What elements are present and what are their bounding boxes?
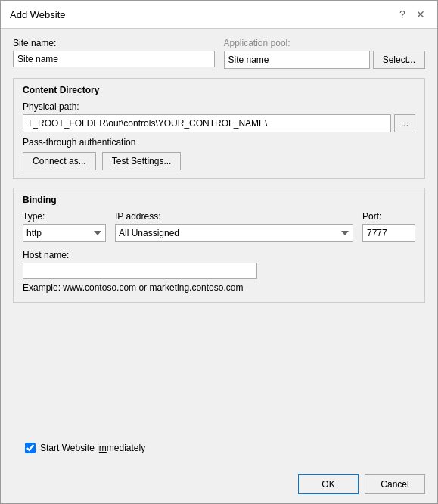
site-name-input[interactable]	[13, 51, 215, 67]
ok-button[interactable]: OK	[298, 474, 359, 494]
add-website-dialog: Add Website ? ✕ Site name: Application p…	[0, 0, 438, 504]
hostname-input[interactable]	[23, 263, 257, 279]
content-directory-section: Content Directory Physical path: ... Pas…	[13, 78, 425, 179]
path-row: ...	[23, 114, 415, 132]
select-app-pool-button[interactable]: Select...	[373, 51, 425, 69]
hostname-label: Host name:	[23, 250, 257, 260]
binding-title: Binding	[23, 194, 415, 205]
ip-select[interactable]: All Unassigned	[115, 224, 353, 242]
pass-through-auth-label: Pass-through authentication	[23, 137, 415, 148]
example-text: Example: www.contoso.com or marketing.co…	[23, 282, 415, 293]
app-pool-input[interactable]	[224, 51, 370, 69]
app-pool-label: Application pool:	[224, 38, 426, 48]
browse-button[interactable]: ...	[394, 114, 415, 132]
port-label: Port:	[362, 211, 415, 222]
type-label: Type:	[23, 211, 106, 222]
dialog-footer: OK Cancel	[1, 468, 437, 503]
cancel-button[interactable]: Cancel	[365, 474, 425, 494]
site-apppool-row: Site name: Application pool: Select...	[13, 38, 425, 69]
physical-path-label: Physical path:	[23, 101, 415, 112]
port-group: Port:	[362, 211, 415, 242]
help-button[interactable]: ?	[395, 7, 410, 22]
auth-button-row: Connect as... Test Settings...	[23, 152, 415, 170]
close-button[interactable]: ✕	[413, 7, 428, 22]
physical-path-group: Physical path: ...	[23, 101, 415, 132]
title-bar-left: Add Website	[10, 9, 65, 20]
spacer	[13, 309, 425, 431]
dialog-content: Site name: Application pool: Select... C…	[1, 29, 437, 468]
content-directory-title: Content Directory	[23, 85, 415, 95]
start-website-checkbox[interactable]	[25, 443, 36, 453]
title-bar: Add Website ? ✕	[1, 1, 437, 29]
app-pool-group: Application pool: Select...	[224, 38, 426, 69]
type-select[interactable]: http https	[23, 224, 106, 242]
site-name-label: Site name:	[13, 38, 215, 48]
type-group: Type: http https	[23, 211, 106, 242]
connect-as-button[interactable]: Connect as...	[23, 152, 96, 170]
dialog-title: Add Website	[10, 9, 65, 20]
site-name-group: Site name:	[13, 38, 215, 67]
ip-label: IP address:	[115, 211, 353, 222]
physical-path-input[interactable]	[23, 114, 391, 132]
title-bar-controls: ? ✕	[395, 7, 428, 22]
hostname-group: Host name:	[23, 250, 257, 279]
binding-fields-row: Type: http https IP address: All Unassig…	[23, 211, 415, 242]
port-input[interactable]	[362, 224, 415, 242]
bottom-row: Start Website immediately	[13, 437, 425, 459]
start-website-checkbox-row: Start Website immediately	[25, 443, 145, 453]
test-settings-button[interactable]: Test Settings...	[102, 152, 182, 170]
binding-section: Binding Type: http https IP address:	[13, 188, 425, 303]
ip-group: IP address: All Unassigned	[115, 211, 353, 242]
start-website-label: Start Website immediately	[40, 443, 145, 453]
